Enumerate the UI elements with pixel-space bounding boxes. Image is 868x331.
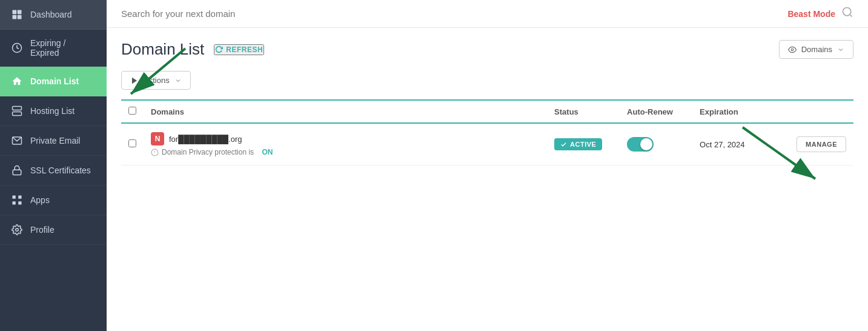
svg-rect-3	[18, 15, 22, 19]
svg-rect-6	[13, 112, 22, 116]
svg-rect-13	[13, 201, 16, 204]
svg-rect-2	[13, 15, 17, 19]
header-domains: Domains	[144, 100, 547, 123]
domain-privacy-info: Domain Privacy protection is ON	[151, 148, 540, 156]
sidebar-item-label: Dashboard	[30, 10, 72, 19]
svg-rect-0	[13, 10, 17, 15]
header-autorenew: Auto-Renew	[620, 100, 692, 123]
row-autorenew-cell	[620, 123, 692, 166]
email-icon	[11, 135, 23, 147]
refresh-label: REFRESH	[226, 45, 263, 54]
domain-table: Domains Status Auto-Renew Expiration	[121, 99, 853, 166]
svg-rect-10	[13, 170, 21, 175]
sidebar-item-hosting-list[interactable]: Hosting List	[0, 96, 107, 126]
table-row: N for█████████.org Domain Privacy protec…	[121, 123, 853, 166]
domain-name[interactable]: for█████████.org	[169, 135, 242, 144]
row-status-cell: ACTIVE	[547, 123, 620, 166]
namecheap-icon: N	[151, 132, 164, 145]
sidebar-item-label: Private Email	[30, 136, 80, 145]
gear-icon	[11, 224, 23, 236]
svg-rect-14	[18, 201, 21, 204]
actions-label: Actions	[144, 76, 170, 85]
actions-button[interactable]: Actions	[121, 71, 191, 90]
sidebar-item-label: Profile	[30, 225, 55, 235]
manage-button[interactable]: MANAGE	[797, 136, 846, 152]
status-badge: ACTIVE	[554, 138, 602, 150]
svg-marker-19	[132, 77, 137, 84]
refresh-button[interactable]: REFRESH	[214, 44, 264, 55]
expiration-date: Oct 27, 2024	[700, 140, 744, 149]
row-domain-cell: N for█████████.org Domain Privacy protec…	[144, 123, 547, 166]
svg-rect-12	[18, 196, 21, 199]
select-all-checkbox[interactable]	[128, 107, 136, 115]
domain-name-row: N for█████████.org	[151, 132, 540, 145]
sidebar-item-domain-list[interactable]: Domain List	[0, 67, 107, 96]
page-header-left: Domain List REFRESH	[121, 40, 264, 59]
toggle-knob	[640, 138, 652, 150]
header-checkbox-col	[121, 100, 144, 123]
privacy-text: Domain Privacy protection is	[162, 148, 254, 156]
sidebar-item-private-email[interactable]: Private Email	[0, 126, 107, 156]
sidebar: Dashboard Expiring / Expired Domain List…	[0, 0, 107, 331]
server-icon	[11, 105, 23, 117]
search-input[interactable]	[121, 8, 787, 19]
page-content: Domain List REFRESH Domains Actions	[107, 28, 868, 331]
dashboard-icon	[11, 8, 23, 21]
search-bar: Beast Mode	[107, 0, 868, 28]
svg-point-18	[791, 48, 793, 51]
page-title: Domain List	[121, 40, 204, 59]
svg-rect-1	[18, 10, 22, 15]
page-header: Domain List REFRESH Domains	[121, 40, 853, 59]
table-header-row: Domains Status Auto-Renew Expiration	[121, 100, 853, 123]
sidebar-item-ssl[interactable]: SSL Certificates	[0, 156, 107, 186]
sidebar-item-expiring[interactable]: Expiring / Expired	[0, 30, 107, 67]
sidebar-item-label: Domain List	[30, 76, 79, 86]
domains-dropdown-button[interactable]: Domains	[779, 40, 853, 59]
sidebar-item-dashboard[interactable]: Dashboard	[0, 0, 107, 30]
row-checkbox-cell	[121, 123, 144, 166]
home-icon	[11, 75, 23, 87]
autorenew-toggle[interactable]	[627, 137, 654, 152]
header-status: Status	[547, 100, 620, 123]
row-manage-cell: MANAGE	[789, 123, 853, 166]
apps-icon	[11, 194, 23, 206]
domains-button-label: Domains	[801, 45, 832, 54]
status-text: ACTIVE	[570, 141, 596, 148]
main-panel: Beast Mode Domain List REFRESH Domains	[107, 0, 868, 331]
search-icon[interactable]	[841, 6, 853, 21]
sidebar-item-label: Apps	[30, 195, 50, 205]
beast-mode-label[interactable]: Beast Mode	[787, 9, 835, 19]
domain-name-wrapper: N for█████████.org Domain Privacy protec…	[151, 132, 540, 156]
main-content: Beast Mode Domain List REFRESH Domains	[107, 0, 868, 331]
row-expiration-cell: Oct 27, 2024	[692, 123, 789, 166]
svg-point-16	[843, 8, 851, 16]
header-actions-col	[789, 100, 853, 123]
svg-rect-11	[13, 196, 16, 199]
lock-icon	[11, 164, 23, 176]
svg-point-15	[16, 229, 19, 232]
sidebar-item-label: SSL Certificates	[30, 166, 91, 175]
row-checkbox[interactable]	[128, 139, 136, 147]
header-expiration: Expiration	[692, 100, 789, 123]
sidebar-item-label: Hosting List	[30, 106, 75, 116]
clock-icon	[11, 42, 23, 54]
sidebar-item-apps[interactable]: Apps	[0, 186, 107, 215]
svg-rect-5	[13, 107, 22, 110]
sidebar-item-profile[interactable]: Profile	[0, 215, 107, 245]
privacy-status: ON	[262, 148, 273, 156]
svg-line-17	[850, 15, 852, 17]
sidebar-item-label: Expiring / Expired	[30, 38, 96, 58]
